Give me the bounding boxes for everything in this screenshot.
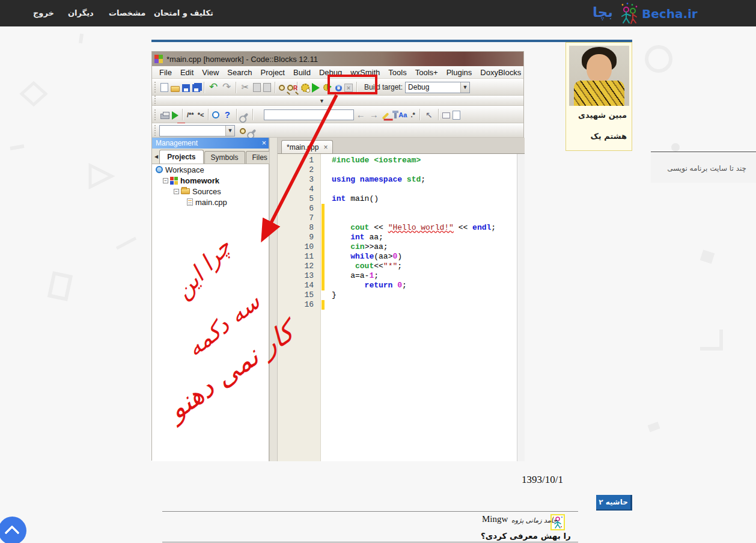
code-text: #include <iostream> (332, 156, 421, 165)
menu-project[interactable]: Project (261, 68, 285, 77)
code-token: while (350, 252, 374, 261)
cut-icon[interactable]: ✂ (240, 82, 251, 93)
menu-edit[interactable]: Edit (180, 68, 194, 77)
new-file-icon[interactable] (160, 83, 168, 92)
management-panel: Management × ◀ ProjectsSymbolsFiles▶ Wor… (152, 138, 269, 461)
menu-tools+[interactable]: Tools+ (415, 68, 438, 77)
build-icon[interactable] (301, 84, 309, 92)
symbol-search-toolbar: ▼ (152, 123, 523, 138)
back-arrow-icon[interactable]: ← (355, 109, 366, 120)
code-line-5: 5int main() (278, 194, 525, 204)
menu-view[interactable]: View (202, 68, 219, 77)
menu-tools[interactable]: Tools (388, 68, 406, 77)
code-token: ; (491, 223, 496, 232)
code-token (332, 223, 350, 232)
tree-item-homework[interactable]: −homework (152, 175, 269, 186)
forward-arrow-icon[interactable]: → (368, 109, 379, 120)
replace-icon[interactable] (287, 85, 293, 91)
debug-run-icon[interactable] (172, 111, 178, 120)
paste-icon[interactable] (263, 83, 271, 92)
compiler-toolbar: ▼ (152, 96, 523, 106)
chevron-down-icon[interactable]: ▼ (225, 126, 234, 136)
editor-scrollbar[interactable] (517, 154, 525, 461)
comment-author[interactable]: حامد زمانی پژوه (511, 517, 557, 524)
code-token: >>aa; (365, 242, 388, 251)
code-view[interactable]: 1#include <iostream>23using namespace st… (278, 154, 525, 461)
scroll-to-top-button[interactable] (0, 517, 26, 543)
uncomment-icon[interactable]: *< (198, 109, 204, 120)
tree-item-workspace[interactable]: Workspace (152, 164, 269, 175)
code-token (332, 262, 355, 271)
pointer-tool-icon[interactable]: ↖ (424, 109, 434, 120)
copy-icon[interactable] (253, 83, 261, 92)
editor-tab-main-cpp[interactable]: *main.cpp × (281, 140, 333, 153)
print-icon[interactable] (160, 114, 169, 119)
code-token: endl (472, 223, 491, 232)
menu-search[interactable]: Search (227, 68, 252, 77)
editor-tab-bar: *main.cpp × (278, 138, 525, 154)
pin-icon[interactable] (394, 112, 397, 118)
code-token (332, 233, 350, 242)
regex-icon[interactable]: .* (410, 109, 415, 120)
build-target-select[interactable]: Debug ▼ (405, 82, 470, 93)
logo-farsi[interactable]: بچا (593, 4, 613, 20)
undo-icon[interactable]: ↶ (208, 82, 219, 93)
chevron-down-icon[interactable]: ▼ (319, 98, 325, 104)
nav-item-0[interactable]: تکلیف و امتحان (154, 8, 213, 17)
change-bar (322, 223, 325, 233)
match-case-icon[interactable]: Aa (398, 109, 407, 120)
chevron-down-icon[interactable]: ▼ (460, 82, 469, 93)
find-icon[interactable] (279, 85, 285, 91)
help-icon[interactable]: ? (222, 109, 233, 120)
code-token: int (350, 233, 364, 242)
tree-item-main-cpp[interactable]: main.cpp (152, 197, 269, 207)
close-icon[interactable]: × (261, 138, 266, 149)
symbol-search-select[interactable]: ▼ (159, 125, 235, 137)
comment-text: را بهش معرفی کردی؟ (481, 531, 571, 541)
search-symbol-icon[interactable] (240, 128, 246, 134)
code-line-9: 9 int aa; (278, 233, 525, 242)
rect-tool-icon[interactable] (442, 112, 450, 118)
widget-label: چند تا سایت برنامه نویسی (667, 164, 746, 173)
project-tree: Workspace−homework−Sourcesmain.cpp (152, 164, 269, 461)
expander-icon[interactable]: − (163, 178, 168, 183)
redo-icon[interactable]: ↷ (221, 82, 232, 93)
sidebar-widget[interactable]: چند تا سایت برنامه نویسی (651, 153, 756, 183)
run-icon[interactable] (312, 83, 320, 93)
logo-text[interactable]: Becha.ir (642, 7, 698, 21)
close-icon[interactable]: × (323, 143, 328, 152)
code-line-14: 14 return 0; (278, 281, 525, 290)
line-number: 8 (278, 223, 314, 233)
tree-item-sources[interactable]: −Sources (152, 186, 269, 197)
code-line-16: 16 (278, 300, 525, 310)
page-tool-icon[interactable] (453, 111, 460, 120)
hashiye-button[interactable]: حاشیه ۲ (596, 495, 632, 511)
page: تکلیف و امتحانمشخصاتدیگرانخروج بچا Becha… (0, 0, 756, 543)
change-bar (322, 213, 325, 223)
settings-wrench-icon[interactable] (241, 113, 249, 121)
code-token: #include <iostream> (332, 156, 421, 165)
change-bar (322, 242, 325, 252)
nav-item-1[interactable]: مشخصات (109, 8, 145, 17)
incremental-search-input[interactable] (264, 109, 354, 120)
symbol-settings-icon[interactable] (249, 129, 257, 137)
web-icon[interactable] (212, 111, 219, 118)
save-all-icon[interactable] (192, 84, 200, 92)
menu-doxyblocks[interactable]: DoxyBlocks (480, 68, 521, 77)
panel-splitter[interactable] (269, 138, 278, 461)
menu-file[interactable]: File (159, 68, 172, 77)
tab-symbols[interactable]: Symbols (204, 151, 245, 164)
folder-icon (181, 188, 190, 194)
expander-icon[interactable]: − (174, 189, 179, 194)
menu-plugins[interactable]: Plugins (447, 68, 472, 77)
code-token: "*" (383, 262, 397, 271)
nav-item-3[interactable]: خروج (33, 8, 54, 17)
save-icon[interactable] (182, 84, 190, 92)
nav-item-2[interactable]: دیگران (68, 8, 94, 17)
highlight-icon[interactable] (382, 112, 389, 120)
comment-icon[interactable]: /** (187, 109, 194, 120)
menu-build[interactable]: Build (293, 68, 311, 77)
tab-scroll-left-icon[interactable]: ◀ (154, 154, 158, 159)
open-file-icon[interactable] (171, 86, 180, 92)
tab-projects[interactable]: Projects (159, 150, 203, 164)
